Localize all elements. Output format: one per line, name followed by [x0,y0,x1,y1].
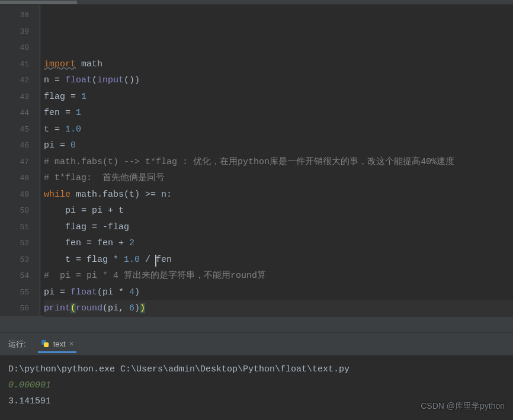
line-number: 43 [0,89,29,105]
line-number: 55 [0,284,29,301]
line-number: 48 [0,170,29,187]
line-number: 44 [0,105,29,121]
line-number: 54 [0,268,29,284]
line-number: 38 [0,7,29,24]
line-number: 47 [0,154,29,171]
line-number: 42 [0,72,29,89]
code-line[interactable]: t = flag * 1.0 / fen [44,252,513,268]
line-number: 41 [0,56,29,73]
code-line[interactable]: # pi = pi * 4 算出来的是字符串，不能用round算 [44,268,513,284]
code-line[interactable]: n = float(input()) [44,72,513,89]
code-line[interactable]: # math.fabs(t) --> t*flag : 优化，在用python库… [44,154,513,171]
line-number: 52 [0,235,29,252]
code-line[interactable]: print(round(pi, 6)) [44,300,513,317]
code-line[interactable]: # t*flag: 首先他俩是同号 [44,170,513,187]
console-line: 0.000001 [8,377,505,393]
line-number: 49 [0,187,29,203]
line-number: 46 [0,137,29,154]
code-line[interactable]: while math.fabs(t) >= n: [44,187,513,203]
code-line[interactable]: flag = 1 [44,89,513,105]
code-line[interactable]: flag = -flag [44,219,513,236]
run-panel-label: 运行: [8,339,26,350]
code-line[interactable]: pi = 0 [44,137,513,154]
code-line[interactable]: t = 1.0 [44,121,513,138]
line-number: 51 [0,219,29,236]
scrollbar-thumb[interactable] [0,1,77,4]
line-number: 53 [0,252,29,268]
editor-horizontal-scrollbar[interactable] [0,0,513,5]
code-line[interactable] [44,333,513,350]
code-line[interactable]: import math [44,56,513,73]
line-number: 50 [0,203,29,219]
line-number: 40 [0,40,29,56]
line-number: 56 [0,300,29,317]
code-line[interactable]: fen = 1 [44,105,513,121]
code-line[interactable]: fen = fen + 2 [44,235,513,252]
text-caret [155,255,156,267]
code-line[interactable]: pi = float(pi * 4) [44,284,513,301]
code-editor: 38394041424344454647484950515253545556 i… [0,5,513,315]
python-icon [40,339,50,348]
watermark: CSDN @库里学python [421,401,505,412]
line-number: 45 [0,121,29,138]
line-number-gutter: 38394041424344454647484950515253545556 [0,5,40,315]
code-area[interactable]: import mathn = float(input())flag = 1fen… [40,5,513,315]
code-line[interactable] [44,317,513,334]
code-line[interactable] [44,350,513,366]
line-number: 39 [0,24,29,40]
code-line[interactable]: pi = pi + t [44,203,513,219]
